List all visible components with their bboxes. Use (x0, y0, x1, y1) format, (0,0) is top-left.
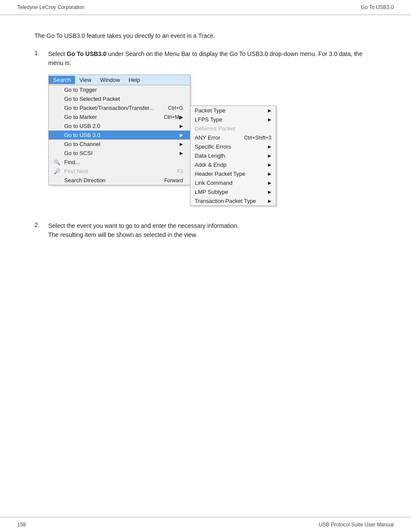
menu-item-search-direction[interactable]: Search Direction Forward (49, 176, 190, 185)
menu-item-go-to-usb2[interactable]: Go to USB 2.0 ▶ (49, 121, 190, 131)
menu-item-go-to-marker[interactable]: Go to Marker Ctrl+M▶ (49, 112, 190, 121)
footer-manual-name: USB Protocol Suite User Manual (319, 522, 394, 528)
menu-item-find-next[interactable]: 🔎 Find Next F3 (49, 167, 190, 176)
submenu-lmp-subtype[interactable]: LMP Subtype ▶ (190, 187, 276, 196)
step-2: 2. Select the event you want to go to an… (34, 221, 377, 240)
menu-screenshot: Search View Window Help Go to Trigger Go… (48, 75, 377, 206)
step-1-number: 1. (34, 50, 43, 209)
menu-bar-view[interactable]: View (75, 76, 96, 84)
page-footer: 158 USB Protocol Suite User Manual (0, 517, 411, 532)
menu-item-go-to-selected[interactable]: Go to Selected Packet (49, 94, 190, 103)
submenu-transaction-packet-type[interactable]: Transaction Packet Type ▶ (190, 196, 276, 205)
page-header: Teledyne LeCroy Corporation Go To USB3.0 (0, 0, 411, 15)
menu-bar-help[interactable]: Help (124, 76, 144, 84)
submenu-addr-endp[interactable]: Addr & Endp ▶ (190, 160, 276, 169)
submenu-data-length[interactable]: Data Length ▶ (190, 151, 276, 160)
step-2-text: Select the event you want to go to and e… (48, 221, 377, 240)
menu-bar-window[interactable]: Window (96, 76, 124, 84)
menu-bar-search[interactable]: Search (49, 76, 75, 84)
submenu-lfps-type[interactable]: LFPS Type ▶ (190, 115, 276, 124)
step-2-number: 2. (34, 221, 43, 240)
main-menu: Search View Window Help Go to Trigger Go… (48, 75, 190, 185)
header-right: Go To USB3.0 (361, 4, 394, 10)
submenu-deferred-packet[interactable]: Deferred Packet (190, 124, 276, 133)
footer-page-number: 158 (17, 522, 26, 528)
steps-list: 1. Select Go To USB3.0 under Search on t… (34, 50, 377, 240)
menu-item-find[interactable]: 🔍 Find... (49, 158, 190, 167)
step-2-content: Select the event you want to go to and e… (48, 221, 377, 240)
step-1: 1. Select Go To USB3.0 under Search on t… (34, 50, 377, 209)
find-icon: 🔍 (54, 159, 60, 165)
step-1-text: Select Go To USB3.0 under Search on the … (48, 50, 377, 68)
submenu: Packet Type ▶ LFPS Type ▶ Deferred Packe… (190, 106, 276, 206)
menu-item-go-to-scsi[interactable]: Go to SCSI ▶ (49, 149, 190, 158)
submenu-specific-errors[interactable]: Specific Errors ▶ (190, 142, 276, 151)
menu-item-go-to-packet[interactable]: Go to Packet/Transaction/Transfer... Ctr… (49, 103, 190, 112)
step-1-content: Select Go To USB3.0 under Search on the … (48, 50, 377, 209)
menu-item-go-to-usb3[interactable]: Go to USB 3.0 ▶ (49, 131, 190, 140)
page-content: The Go To USB3.0 feature takes you direc… (0, 15, 411, 277)
submenu-header-packet-type[interactable]: Header Packet Type ▶ (190, 169, 276, 178)
menu-item-go-to-trigger[interactable]: Go to Trigger (49, 85, 190, 94)
intro-text: The Go To USB3.0 feature takes you direc… (34, 32, 377, 39)
submenu-any-error[interactable]: ANY Error Ctrl+Shift+3 (190, 133, 276, 142)
find-next-icon: 🔎 (54, 168, 60, 174)
menu-bar: Search View Window Help (49, 75, 190, 85)
menu-item-go-to-channel[interactable]: Go to Channel ▶ (49, 140, 190, 149)
header-left: Teledyne LeCroy Corporation (17, 4, 84, 10)
submenu-link-command[interactable]: Link Command ▶ (190, 178, 276, 187)
submenu-packet-type[interactable]: Packet Type ▶ (190, 106, 276, 115)
